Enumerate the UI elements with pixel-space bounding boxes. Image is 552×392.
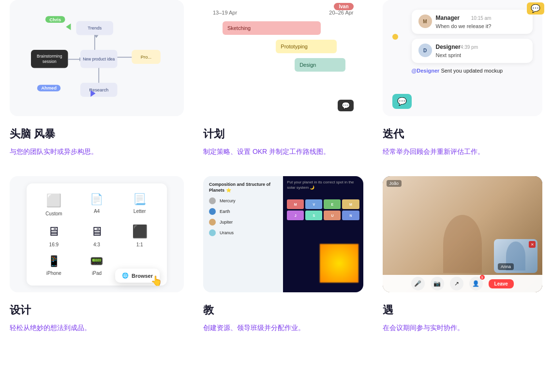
pointer-chris [66, 24, 71, 30]
ratio169-icon: 🖥 [47, 224, 60, 239]
chat-icon-bottom[interactable]: 💬 [392, 94, 412, 109]
device-letter[interactable]: 📃 Letter [122, 193, 157, 216]
device-43-label: 4:3 [93, 242, 100, 247]
people-button[interactable]: 👤 9 [469, 277, 483, 290]
iterate-desc: 经常举办回顾会并重新评估工作。 [383, 146, 543, 157]
share-button[interactable]: ↗ [450, 277, 463, 290]
card-planning: Ivan 13–19 Apr 20–26 Apr Sketching Proto… [194, 0, 373, 176]
design-desc: 轻松从绝妙的想法到成品。 [10, 322, 184, 333]
earth-dot [209, 208, 216, 215]
sticky-grid: M V E M J S U N [283, 196, 363, 224]
gantt-header: 13–19 Apr 20–26 Apr [211, 10, 356, 15]
video-main: João Anna ✕ 🎤 📷 ↗ [383, 176, 543, 292]
edu-left-panel: Composition and Structure of Planets ⭐ M… [203, 176, 283, 292]
mercury-dot [209, 197, 216, 204]
device-a4[interactable]: 📄 A4 [79, 193, 115, 216]
edu-split: Composition and Structure of Planets ⭐ M… [203, 176, 363, 292]
manager-name: Manager [436, 15, 460, 21]
main-grid: Chris Trends Brainstorming session New [0, 0, 552, 353]
pointer-ahmed [90, 90, 95, 97]
video-thumb: Anna ✕ [494, 239, 537, 273]
people-notification: 9 [480, 275, 485, 280]
iphone-icon: 📱 [47, 255, 60, 268]
device-169[interactable]: 🖥 16:9 [36, 224, 72, 247]
mention-area: @Designer Sent you updated mockup [412, 68, 533, 74]
brainstorm-desc: 与您的团队实时或异步构思。 [10, 146, 184, 157]
iterate-title: 迭代 [383, 127, 543, 141]
sticky-6: S [305, 211, 322, 220]
designer-name: Designer [436, 44, 461, 50]
mention-designer: @Designer [412, 68, 440, 74]
card-brainstorm: Chris Trends Brainstorming session New [0, 0, 194, 176]
device-11[interactable]: ⬛ 1:1 [122, 224, 157, 247]
device-ipad-label: iPad [92, 271, 102, 276]
top-bar: 💬 [519, 0, 552, 17]
letter-icon: 📃 [133, 193, 146, 206]
bar-prototyping: Prototyping [276, 40, 336, 53]
browser-icon: 🌐 [122, 272, 129, 279]
flow-diagram: Chris Trends Brainstorming session New [23, 13, 171, 104]
edu-right-panel: Put your planet in its correct spot in t… [283, 176, 363, 292]
node-brainstorm: Brainstorming session [31, 50, 68, 68]
gantt-row-design: Design [211, 58, 356, 72]
manager-time: 10:15 am [471, 15, 492, 21]
mute-indicator: ✕ [529, 241, 536, 248]
manager-msg: When do we release it? [436, 23, 492, 29]
planning-title: 计划 [203, 127, 363, 141]
chat-icon-gantt[interactable]: 💬 [338, 100, 354, 111]
joao-badge: João [387, 180, 402, 187]
brainstorm-preview: Chris Trends Brainstorming session New [10, 0, 184, 116]
ratio43-icon: 🖥 [90, 224, 103, 239]
card-meeting: João Anna ✕ 🎤 📷 ↗ [373, 176, 552, 352]
device-ipad[interactable]: 📟 iPad [79, 255, 115, 276]
badge-ahmed: Ahmed [37, 85, 61, 91]
anna-badge: Anna [498, 263, 514, 270]
planet-uranus: Uranus [209, 229, 277, 236]
uranus-dot [209, 229, 216, 236]
mic-button[interactable]: 🎤 [411, 277, 425, 290]
camera-button[interactable]: 📷 [431, 277, 444, 290]
leave-button[interactable]: Leave [489, 279, 514, 288]
education-title: 教 [203, 303, 363, 317]
ratio11-icon: ⬛ [132, 224, 148, 239]
node-trends: Trends [76, 21, 114, 35]
device-iphone-label: iPhone [46, 271, 61, 276]
sticky-7: U [324, 211, 341, 220]
person-silhouette [443, 215, 482, 273]
device-custom[interactable]: ⬜ Custom [36, 193, 72, 216]
sticky-3: E [324, 199, 341, 209]
jupiter-label: Jupiter [220, 220, 233, 225]
device-43[interactable]: 🖥 4:3 [79, 224, 115, 247]
badge-chris: Chris [45, 16, 65, 23]
planet-jupiter: Jupiter [209, 219, 277, 226]
brainstorm-title: 头脑 风暴 [10, 127, 184, 141]
cursor-hand: 👆 [150, 275, 163, 286]
edu-title: Composition and Structure of Planets ⭐ [209, 182, 277, 193]
device-letter-label: Letter [134, 209, 146, 214]
gantt-row-sketch: Sketching [211, 21, 356, 35]
designer-msg: Next sprint [436, 52, 478, 58]
device-custom-label: Custom [45, 211, 62, 216]
card-education: Composition and Structure of Planets ⭐ M… [194, 176, 373, 352]
planet-earth: Earth [209, 208, 277, 215]
education-desc: 创建资源、领导班级并分配作业。 [203, 322, 363, 333]
notification-icon[interactable]: 💬 [527, 2, 544, 15]
node-research: Research [80, 83, 118, 97]
ipad-icon: 📟 [90, 255, 103, 268]
sticky-2: V [305, 199, 322, 209]
education-preview: Composition and Structure of Planets ⭐ M… [203, 176, 363, 292]
custom-icon: ⬜ [46, 193, 61, 208]
design-preview: ⬜ Custom 📄 A4 📃 Letter 🖥 16:9 🖥 [10, 176, 184, 292]
gantt-row-proto: Prototyping [211, 40, 356, 53]
mention-text: Sent you updated mockup [441, 68, 503, 74]
chat-bubble-manager: M Manager 10:15 am When do we release it… [412, 10, 533, 34]
meeting-preview: João Anna ✕ 🎤 📷 ↗ [383, 176, 543, 292]
badge-ivan: Ivan [334, 3, 353, 10]
dot-indicator [392, 34, 398, 40]
device-iphone[interactable]: 📱 iPhone [36, 255, 72, 276]
planning-desc: 制定策略、设置 OKR 并制定工作路线图。 [203, 146, 363, 157]
controls-bar: 🎤 📷 ↗ 👤 9 Leave [383, 275, 543, 292]
arrow-to-proto [118, 57, 132, 58]
device-169-label: 16:9 [49, 242, 59, 247]
sticky-1: M [287, 199, 304, 209]
